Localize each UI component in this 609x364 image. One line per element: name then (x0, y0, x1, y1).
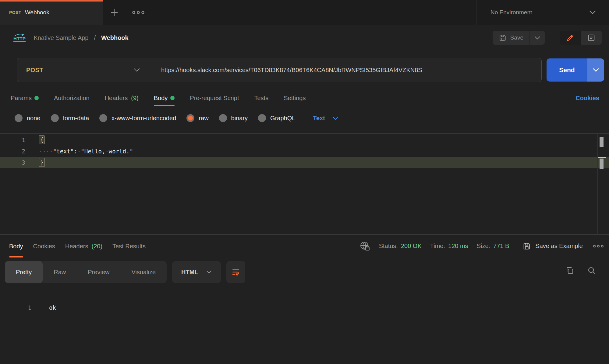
response-format-value: HTML (181, 269, 198, 276)
line-number: 3 (0, 159, 25, 166)
request-tabs: Params Authorization Headers (9) Body Pr… (0, 90, 609, 106)
search-response-button[interactable] (587, 266, 596, 275)
tab-tests[interactable]: Tests (254, 90, 268, 106)
response-headers-count-badge: (20) (91, 243, 102, 250)
response-meta: Status: 200 OK Time: 120 ms Size: 771 B … (359, 235, 604, 257)
response-view-segmented: Pretty Raw Preview Visualize (5, 261, 167, 283)
method-dropdown[interactable]: POST (17, 58, 152, 82)
tab-authorization[interactable]: Authorization (54, 90, 90, 106)
chevron-down-icon (206, 270, 212, 274)
chevron-down-icon (133, 68, 140, 72)
json-key: "text": (53, 148, 77, 155)
new-tab-button[interactable] (109, 7, 119, 18)
search-icon (587, 266, 596, 275)
editor-cursor-marker[interactable] (600, 159, 604, 169)
response-tab-cookies[interactable]: Cookies (33, 235, 55, 257)
environment-selector[interactable]: No Environment (476, 0, 609, 25)
radio-form-data-circle (51, 114, 59, 122)
view-raw[interactable]: Raw (43, 261, 77, 283)
chevron-down-icon (534, 36, 540, 40)
tab-settings-label: Settings (284, 95, 306, 102)
pane-toggle-group (560, 31, 602, 45)
environment-value: No Environment (490, 9, 532, 16)
response-tab-test-results[interactable]: Test Results (112, 235, 146, 257)
radio-urlencoded-label: x-www-form-urlencoded (112, 115, 176, 122)
save-as-example-button[interactable]: Save as Example (522, 242, 583, 250)
save-icon (499, 34, 507, 42)
response-tab-headers[interactable]: Headers (20) (65, 235, 102, 257)
radio-none[interactable]: none (15, 114, 41, 122)
request-header: HTTP Knative Sample App / Webhook Save (0, 25, 609, 51)
matched-bracket: { (39, 135, 45, 144)
chevron-down-icon (593, 68, 599, 72)
radio-x-www-form-urlencoded[interactable]: x-www-form-urlencoded (99, 114, 176, 122)
radio-form-data-label: form-data (63, 115, 89, 122)
status-value: 200 OK (401, 243, 422, 250)
editor-scrollbar-gutter (597, 134, 598, 234)
more-options-icon (132, 10, 145, 15)
radio-form-data[interactable]: form-data (51, 114, 89, 122)
line-number: 1 (0, 304, 31, 311)
view-preview[interactable]: Preview (77, 261, 120, 283)
radio-raw[interactable]: raw (186, 114, 208, 122)
send-button[interactable]: Send (547, 58, 587, 82)
radio-graphql[interactable]: GraphQL (258, 114, 295, 122)
copy-response-button[interactable] (565, 266, 574, 275)
save-as-example-label: Save as Example (535, 243, 583, 250)
response-options-button[interactable] (593, 244, 604, 248)
cookies-link[interactable]: Cookies (575, 90, 599, 106)
url-input[interactable]: https://hooks.slack.com/services/T06TD83… (152, 67, 422, 74)
response-view-toolbar: Pretty Raw Preview Visualize HTML (5, 261, 245, 283)
copy-icon (565, 266, 574, 275)
response-tab-cookies-label: Cookies (33, 243, 55, 250)
tab-body[interactable]: Body (154, 90, 175, 106)
raw-format-dropdown[interactable]: Text (313, 115, 338, 122)
editor-line-2: 2 ····"text":·"Hello,·world." (0, 145, 609, 157)
line-number: 2 (0, 148, 25, 155)
breadcrumb-collection[interactable]: Knative Sample App (34, 34, 88, 41)
response-tab-body-label: Body (9, 243, 23, 250)
request-tab[interactable]: POST Webhook (0, 0, 103, 25)
method-value: POST (26, 67, 43, 74)
more-options-icon (593, 244, 604, 248)
json-value-part: world." (109, 148, 133, 155)
tab-params[interactable]: Params (11, 90, 39, 106)
params-active-dot (34, 96, 39, 100)
editor-line-3-current: 3 } (0, 157, 609, 168)
whitespace-dots: ···· (39, 148, 53, 155)
http-protocol-icon: HTTP (13, 33, 26, 42)
request-body-editor[interactable]: 1 { 2 ····"text":·"Hello,·world." 3 } (0, 133, 609, 235)
tab-body-label: Body (154, 95, 168, 102)
tab-params-label: Params (11, 95, 32, 102)
status-label: Status: (379, 243, 398, 250)
wrap-lines-button[interactable] (226, 261, 245, 283)
view-visualize[interactable]: Visualize (120, 261, 167, 283)
tab-tests-label: Tests (254, 95, 268, 102)
tab-headers[interactable]: Headers (9) (105, 90, 139, 106)
response-tab-test-results-label: Test Results (112, 243, 146, 250)
body-type-row: none form-data x-www-form-urlencoded raw… (0, 111, 338, 125)
send-options-button[interactable] (587, 58, 604, 82)
save-button[interactable]: Save (493, 31, 529, 45)
radio-binary[interactable]: binary (219, 114, 248, 122)
view-pretty[interactable]: Pretty (5, 261, 43, 283)
plus-icon (109, 7, 119, 18)
radio-raw-label: raw (199, 115, 208, 122)
response-format-dropdown[interactable]: HTML (172, 261, 221, 283)
tab-authorization-label: Authorization (54, 95, 90, 102)
tab-pre-request-script[interactable]: Pre-request Script (190, 90, 239, 106)
documentation-button[interactable] (581, 31, 602, 45)
save-options-button[interactable] (529, 31, 545, 45)
editor-scrollbar-thumb[interactable] (600, 137, 604, 147)
request-tab-title: Webhook (25, 9, 49, 16)
time-value: 120 ms (448, 243, 468, 250)
breadcrumb-request-name: Webhook (101, 34, 129, 41)
tab-settings[interactable]: Settings (284, 90, 306, 106)
tab-pre-request-label: Pre-request Script (190, 95, 239, 102)
size-label: Size: (477, 243, 490, 250)
edit-request-button[interactable] (560, 31, 581, 45)
breadcrumb: HTTP Knative Sample App / Webhook (13, 33, 129, 42)
tab-options-button[interactable] (132, 10, 145, 15)
response-tab-body[interactable]: Body (9, 235, 23, 257)
response-body-line: 1 ok (0, 302, 56, 313)
